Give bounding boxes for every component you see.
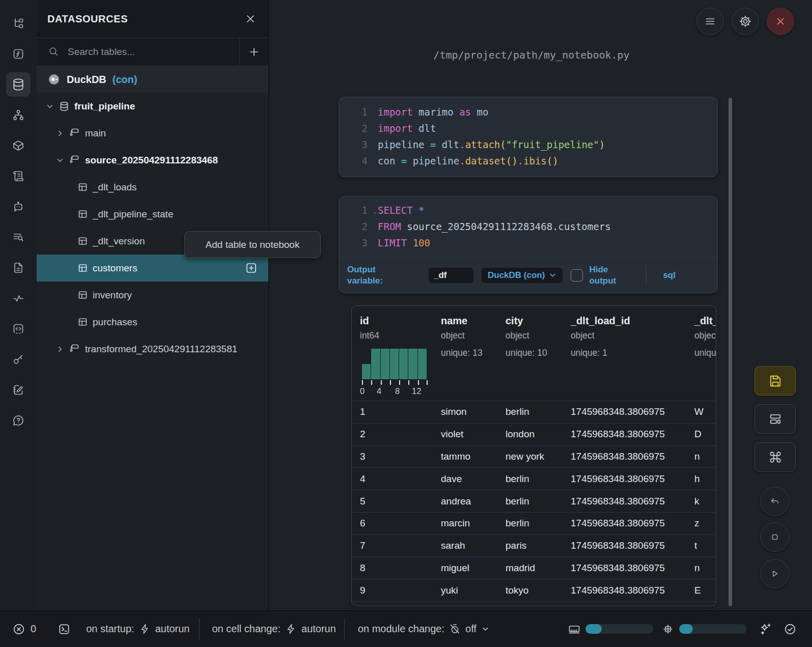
undo-button[interactable]	[760, 487, 790, 516]
column-header-_dlt_id[interactable]: _dlt_idobjectunique: 13	[694, 315, 716, 401]
keyboard-shortcuts-button[interactable]	[754, 442, 796, 472]
save-button[interactable]	[754, 366, 796, 396]
chevron-down-icon	[46, 102, 54, 110]
on-module-change-toggle[interactable]: on module change: off	[358, 623, 489, 635]
search-tables-input[interactable]	[67, 46, 201, 58]
tree-item-main[interactable]: main	[37, 120, 268, 147]
database-icon	[59, 101, 69, 111]
connection-variable: (con)	[113, 74, 137, 86]
rail-file-tree[interactable]	[6, 11, 31, 36]
rail-secrets[interactable]	[6, 347, 31, 372]
tree-item-_dlt_pipeline_state[interactable]: _dlt_pipeline_state	[37, 201, 268, 228]
tree-item-transformed_202504291112283581[interactable]: transformed_202504291112283581	[37, 335, 268, 362]
ai-assist-button[interactable]	[759, 623, 772, 636]
rail-chat[interactable]	[6, 194, 31, 219]
language-toggle[interactable]: sql	[663, 270, 676, 280]
layout-icon	[769, 412, 782, 426]
tree-item-customers[interactable]: customers	[37, 255, 268, 282]
table-row: 1simonberlin1745968348.3806975W	[352, 401, 716, 423]
timer-off-icon	[450, 624, 460, 634]
rail-packages[interactable]	[6, 133, 31, 158]
code-line[interactable]: 1⌄SELECT *	[339, 202, 717, 218]
menu-button[interactable]	[696, 8, 724, 35]
add-table-to-notebook-button[interactable]	[246, 263, 256, 273]
column-header-id[interactable]: idint6404812	[352, 315, 441, 401]
close-icon	[245, 13, 256, 24]
stop-button[interactable]	[760, 522, 790, 552]
on-startup-label: on startup:	[86, 623, 134, 635]
code-line[interactable]: 3LIMIT 100	[339, 235, 717, 251]
schema-icon	[69, 344, 80, 354]
tree-item-fruit_pipeline[interactable]: fruit_pipeline	[37, 93, 268, 120]
table-row: 8miguelmadrid1745968348.3806975n	[352, 557, 716, 579]
list-search-icon	[12, 231, 24, 243]
sparkles-icon	[759, 623, 772, 636]
table-icon	[78, 182, 88, 192]
gear-icon	[739, 15, 752, 28]
ram-meter-fill	[585, 624, 602, 634]
code-line[interactable]: 3pipeline = dlt.attach("fruit_pipeline")	[339, 136, 717, 153]
fold-chevron-icon: ⌄	[373, 203, 377, 219]
tree-item-purchases[interactable]: purchases	[37, 308, 268, 335]
table-row: 3tammonew york1745968348.3806975n	[352, 445, 716, 468]
code-line[interactable]: 1import marimo as mo	[339, 104, 717, 120]
table-icon	[78, 290, 88, 300]
hide-output-label: Hide output	[589, 264, 622, 286]
engine-dropdown[interactable]: DuckDB (con)	[482, 268, 563, 283]
rail-help[interactable]	[6, 408, 31, 433]
code-line[interactable]: 2FROM source_202504291112283468.customer…	[339, 218, 717, 235]
tree-item-label: fruit_pipeline	[74, 101, 135, 112]
schema-icon	[69, 128, 80, 138]
hide-output-checkbox[interactable]	[571, 269, 583, 282]
divider	[199, 618, 200, 640]
connection-status-indicator[interactable]	[783, 623, 797, 636]
file-text-icon	[12, 262, 24, 274]
settings-button[interactable]	[732, 8, 759, 35]
tree-item-_dlt_loads[interactable]: _dlt_loads	[37, 174, 268, 201]
rail-performance[interactable]	[6, 286, 31, 311]
code-line[interactable]: 4con = pipeline.dataset().ibis()	[339, 153, 717, 169]
code-line[interactable]: 2import dlt	[339, 120, 717, 136]
vertical-scrollbar[interactable]	[729, 98, 732, 606]
column-header-name[interactable]: nameobjectunique: 13	[441, 315, 506, 401]
output-variable-label: Output variable:	[347, 264, 394, 286]
tree-item-source_202504291112283468[interactable]: source_202504291112283468	[37, 147, 268, 174]
connection-row[interactable]: DuckDB (con)	[37, 66, 268, 93]
rail-scratchpad[interactable]	[6, 378, 31, 402]
search-icon	[48, 46, 60, 58]
circle-x-icon	[12, 623, 25, 636]
rail-logs[interactable]	[6, 164, 31, 188]
table-icon	[78, 317, 88, 327]
function-square-icon	[12, 48, 24, 60]
output-variable-input[interactable]	[429, 268, 473, 283]
rail-datasources[interactable]	[6, 72, 31, 97]
shutdown-button[interactable]	[767, 8, 794, 35]
rail-tracebacks[interactable]	[6, 225, 31, 249]
rail-function[interactable]	[6, 42, 31, 66]
rail-dependencies[interactable]	[6, 103, 31, 127]
on-cell-change-toggle[interactable]: on cell change: autorun	[212, 623, 335, 635]
on-startup-toggle[interactable]: on startup: autorun	[86, 623, 189, 635]
column-header-city[interactable]: cityobjectunique: 10	[506, 315, 571, 401]
run-button[interactable]	[760, 559, 790, 588]
tree-item-label: _dlt_pipeline_state	[93, 209, 173, 220]
tree-item-label: _dlt_loads	[93, 182, 137, 193]
layout-button[interactable]	[754, 404, 796, 434]
datasources-panel: DATASOURCES DuckDB (con) fruit_pipelinem…	[37, 0, 269, 610]
tooltip-add-table: Add table to notebook	[184, 231, 321, 258]
python-cell[interactable]: 1import marimo as mo2import dlt3pipeline…	[339, 97, 718, 177]
errors-indicator[interactable]: 0	[12, 623, 36, 636]
close-panel-button[interactable]	[245, 13, 256, 24]
tree-item-inventory[interactable]: inventory	[37, 282, 268, 308]
connection-engine: DuckDB	[67, 74, 106, 86]
sql-cell[interactable]: 1⌄SELECT *2FROM source_20250429111228346…	[339, 196, 718, 293]
id-histogram: 04812	[360, 349, 429, 398]
add-datasource-button[interactable]	[239, 38, 268, 66]
line-number: 3	[339, 235, 371, 251]
rail-snippets[interactable]	[6, 317, 31, 341]
line-number: 4	[339, 153, 371, 169]
line-number: 3	[339, 136, 371, 153]
terminal-button[interactable]	[58, 623, 71, 636]
rail-documentation[interactable]	[6, 256, 31, 280]
column-header-_dlt_load_id[interactable]: _dlt_load_idobjectunique: 1	[571, 315, 694, 401]
